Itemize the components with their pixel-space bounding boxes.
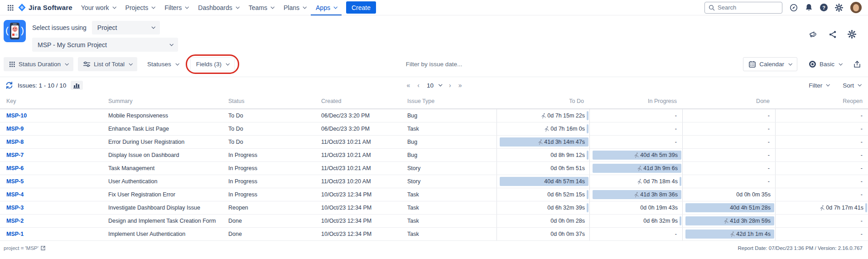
column-header-issue-type[interactable]: Issue Type (401, 98, 497, 104)
nav-your-work[interactable]: Your work (76, 0, 121, 15)
duration-bar (587, 124, 588, 133)
feedback-button[interactable] (809, 30, 818, 39)
column-header-done[interactable]: Done (682, 98, 775, 104)
issue-key-link[interactable]: MSP-9 (6, 126, 24, 132)
duration-cell-empty: - (589, 109, 682, 122)
search-icon (709, 5, 715, 11)
chevron-down-icon (270, 5, 274, 9)
first-page-button[interactable]: « (407, 82, 410, 89)
decorative-paren: ) (21, 25, 24, 36)
status-cell: In Progress (222, 149, 315, 161)
filter-dropdown[interactable]: Filter (809, 82, 829, 89)
settings-button[interactable] (835, 4, 843, 12)
issue-key-link[interactable]: MSP-8 (6, 139, 24, 145)
jql-link[interactable]: project = 'MSP' (4, 245, 46, 251)
megaphone-icon (809, 30, 818, 39)
issue-key-link[interactable]: MSP-1 (6, 231, 24, 237)
chevron-down-icon (858, 83, 861, 86)
summary-cell: Mobile Responsiveness (102, 109, 222, 122)
refresh-icon (5, 82, 13, 89)
column-header-summary[interactable]: Summary (102, 98, 222, 104)
duration-cell: 41d 3h 9m 6s (589, 162, 682, 175)
created-cell: 11/Oct/23 10:20 AM (315, 175, 401, 188)
summary-cell: Task Management (102, 162, 222, 175)
duration-cell-empty: - (682, 175, 775, 188)
issue-source-select[interactable]: Project (92, 21, 160, 34)
running-status-icon (544, 126, 549, 132)
created-cell: 10/Oct/23 12:34 PM (315, 228, 401, 240)
issue-key-link[interactable]: MSP-7 (6, 152, 24, 158)
issue-key-link[interactable]: MSP-4 (6, 191, 24, 198)
nav-projects[interactable]: Projects (121, 0, 160, 15)
prev-page-button[interactable]: ‹ (417, 82, 419, 89)
nav-filters[interactable]: Filters (159, 0, 193, 15)
jira-logo[interactable]: Jira Software (16, 4, 76, 11)
refresh-button[interactable] (5, 82, 13, 89)
column-header-to-do[interactable]: To Do (497, 98, 589, 104)
key-cell: MSP-9 (0, 122, 102, 135)
page-size-select[interactable]: 10 (427, 82, 441, 89)
key-cell: MSP-2 (0, 215, 102, 227)
calendar-dropdown[interactable]: Calendar (743, 57, 797, 71)
create-button[interactable]: Create (346, 1, 376, 14)
issue-date-filter[interactable]: Filter by issue date... (406, 61, 463, 68)
discover-button[interactable] (790, 4, 798, 12)
column-header-reopen[interactable]: Reopen (775, 98, 868, 104)
key-cell: MSP-5 (0, 175, 102, 188)
duration-cell-empty: - (589, 122, 682, 135)
notifications-button[interactable] (805, 4, 813, 12)
chart-view-button[interactable] (71, 81, 83, 90)
issue-key-link[interactable]: MSP-10 (6, 112, 27, 119)
next-page-button[interactable]: › (449, 82, 451, 89)
sort-dropdown[interactable]: Sort (843, 82, 861, 89)
view-grid-icon (9, 61, 15, 67)
style-dropdown[interactable]: Basic (804, 57, 847, 71)
created-cell: 06/Dec/23 3:20 PM (315, 109, 401, 122)
column-header-key[interactable]: Key (0, 98, 102, 104)
global-search[interactable] (704, 2, 782, 14)
issue-key-link[interactable]: MSP-2 (6, 218, 24, 224)
chevron-down-icon (65, 62, 69, 65)
export-button[interactable] (854, 60, 861, 68)
key-cell: MSP-10 (0, 109, 102, 122)
fields-dropdown[interactable]: Fields (3) (190, 57, 235, 71)
key-cell: MSP-1 (0, 228, 102, 240)
project-select[interactable]: MSP - My Scrum Project (32, 38, 178, 52)
issue-key-link[interactable]: MSP-5 (6, 178, 24, 185)
app-switcher-button[interactable] (5, 2, 16, 14)
duration-cell: 0d 6h 32m 9s (589, 215, 682, 227)
issue-key-link[interactable]: MSP-6 (6, 165, 24, 171)
nav-apps[interactable]: Apps (311, 0, 342, 15)
search-input[interactable] (718, 4, 772, 11)
duration-bar (680, 216, 681, 225)
gadget-settings-button[interactable] (848, 30, 856, 39)
aggregation-dropdown[interactable]: List of Total (78, 57, 137, 71)
column-header-created[interactable]: Created (315, 98, 401, 104)
duration-cell: 0d 6h 32m 39s (497, 201, 589, 214)
status-cell: To Do (222, 136, 315, 148)
summary-cell: Display Issue on Dashboard (102, 149, 222, 161)
nav-dashboards[interactable]: Dashboards (193, 0, 244, 15)
column-header-status[interactable]: Status (222, 98, 315, 104)
issue-type-cell: Story (401, 162, 497, 175)
duration-cell: 0d 0h 0m 28s (497, 215, 589, 227)
chevron-down-icon (236, 5, 239, 9)
last-page-button[interactable]: » (458, 82, 462, 89)
running-status-icon (637, 179, 642, 185)
duration-cell-empty: - (775, 122, 868, 135)
duration-bar (587, 111, 588, 120)
statuses-dropdown[interactable]: Statuses (142, 57, 184, 71)
column-header-in-progress[interactable]: In Progress (589, 98, 682, 104)
jira-diamond-icon (18, 4, 26, 11)
view-type-dropdown[interactable]: Status Duration (4, 57, 73, 71)
user-profile-button[interactable] (850, 2, 862, 13)
issue-key-link[interactable]: MSP-3 (6, 205, 24, 211)
nav-plans[interactable]: Plans (279, 0, 311, 15)
share-button[interactable] (829, 30, 837, 39)
help-button[interactable] (820, 4, 828, 11)
summary-cell: Fix User Registration Error (102, 188, 222, 201)
created-cell: 10/Oct/23 12:34 PM (315, 201, 401, 214)
nav-teams[interactable]: Teams (244, 0, 279, 15)
key-cell: MSP-7 (0, 149, 102, 161)
issues-table: KeySummaryStatusCreatedIssue TypeTo DoIn… (0, 93, 868, 241)
